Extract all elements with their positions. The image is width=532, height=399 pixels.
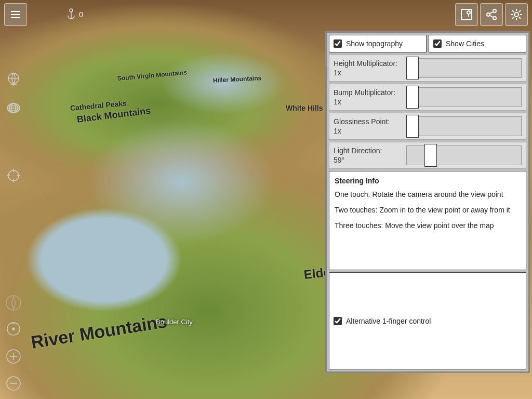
minus-icon: [5, 375, 22, 392]
altitude-value: 0: [79, 10, 83, 19]
bump-slider[interactable]: [406, 87, 522, 107]
globe-wire-icon: [6, 100, 21, 116]
share-icon: [485, 8, 498, 21]
light-slider-row: Light Direction:59°: [329, 142, 526, 169]
height-slider[interactable]: [406, 58, 522, 78]
settings-panel: Show topography Show Cities Height Multi…: [325, 31, 530, 373]
map-pin-icon: [460, 8, 473, 21]
plus-icon: [5, 348, 22, 365]
zoom-out-button[interactable]: [4, 374, 23, 393]
svg-point-5: [493, 17, 496, 20]
alt-control-label: Alternative 1-finger control: [346, 317, 431, 325]
show-cities-input[interactable]: [433, 39, 442, 48]
svg-rect-1: [461, 9, 472, 20]
show-cities-label: Show Cities: [446, 39, 484, 48]
svg-point-4: [493, 9, 496, 12]
rotate-button[interactable]: [4, 320, 23, 338]
hamburger-icon: [9, 8, 22, 21]
google-maps-button[interactable]: [455, 3, 478, 26]
zoom-in-button[interactable]: [4, 347, 23, 366]
globe-icon: [6, 72, 21, 87]
globe-solid-button[interactable]: [4, 70, 23, 89]
steering-info-line: Two touches: Zoom in to the view point o…: [335, 206, 521, 214]
settings-button[interactable]: [505, 3, 528, 26]
crosshair-icon: [6, 168, 21, 183]
altitude-indicator: 0: [66, 8, 83, 20]
svg-point-2: [467, 11, 470, 14]
svg-point-0: [70, 9, 73, 12]
locate-button[interactable]: [4, 166, 23, 185]
height-slider-label: Height Multiplicator:1x: [334, 59, 406, 77]
svg-point-3: [487, 13, 490, 16]
alt-control-checkbox[interactable]: Alternative 1-finger control: [329, 272, 526, 369]
steering-info-box: Steering Info One touch: Rotate the came…: [329, 171, 526, 270]
gear-icon: [509, 7, 524, 22]
height-slider-row: Height Multiplicator:1x: [329, 55, 526, 82]
anchor-icon: [66, 8, 76, 20]
steering-info-title: Steering Info: [335, 177, 521, 185]
steering-info-line: Three touches: Move the view point over …: [335, 221, 521, 230]
show-topography-label: Show topography: [346, 39, 403, 48]
globe-wire-button[interactable]: [4, 99, 23, 117]
steering-info-line: One touch: Rotate the camera around the …: [335, 190, 521, 198]
alt-control-input[interactable]: [334, 317, 342, 325]
light-slider-label: Light Direction:59°: [334, 146, 406, 165]
compass-icon: [5, 294, 22, 312]
gloss-slider-row: Glossiness Point:1x: [329, 113, 526, 140]
show-topography-input[interactable]: [334, 39, 342, 48]
gloss-slider[interactable]: [406, 116, 522, 136]
rotate-icon: [5, 321, 22, 337]
svg-point-14: [12, 328, 15, 330]
light-slider[interactable]: [406, 145, 522, 165]
gloss-slider-label: Glossiness Point:1x: [334, 117, 406, 136]
show-cities-checkbox[interactable]: Show Cities: [429, 35, 526, 52]
bump-slider-label: Bump Multiplicator:1x: [334, 88, 406, 107]
compass-button[interactable]: [4, 294, 23, 312]
svg-point-6: [514, 12, 518, 17]
menu-button[interactable]: [4, 3, 27, 26]
show-topography-checkbox[interactable]: Show topography: [329, 35, 427, 52]
bump-slider-row: Bump Multiplicator:1x: [329, 84, 526, 111]
share-button[interactable]: [480, 3, 503, 26]
